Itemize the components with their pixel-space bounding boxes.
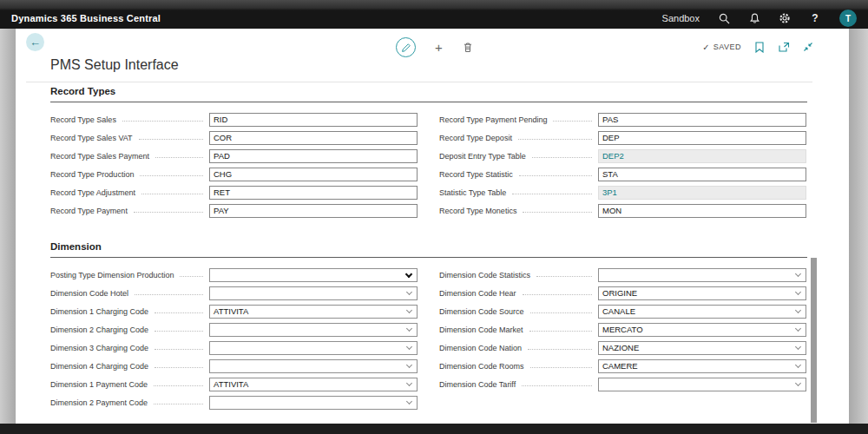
- delete-trash-button[interactable]: [462, 42, 474, 54]
- chevron-down-icon: [406, 326, 412, 332]
- record-type-production-input[interactable]: [209, 168, 418, 181]
- field-label: Dimension Code Tariff: [439, 380, 516, 389]
- check-icon: ✓: [702, 43, 709, 52]
- field-label: Dimension Code Rooms: [439, 362, 524, 371]
- field-row-dimension-code-market: Dimension Code MarketMERCATO: [439, 320, 806, 339]
- open-in-new-window-icon[interactable]: [778, 41, 790, 53]
- record-type-sales-input[interactable]: [209, 113, 418, 127]
- section-record-types: Record Types Record Type Sales Record Ty…: [50, 86, 807, 220]
- dot-leader: [519, 175, 592, 176]
- vertical-scrollbar[interactable]: [811, 258, 817, 423]
- dimension-4-charging-code-select[interactable]: [209, 359, 418, 373]
- statistic-type-table-field: 3P1: [598, 186, 806, 200]
- dot-leader: [523, 212, 592, 213]
- field-row-record-type-sales: Record Type Sales: [50, 110, 418, 128]
- dot-leader: [154, 385, 203, 386]
- dot-leader: [523, 294, 592, 295]
- field-row-record-type-sales-vat: Record Type Sales VAT: [50, 128, 418, 147]
- dot-leader: [155, 312, 203, 313]
- dimension-code-nation-select[interactable]: NAZIONE: [598, 341, 806, 355]
- field-row-record-type-statistic: Record Type Statistic: [439, 165, 806, 183]
- field-row-record-type-payment-pending: Record Type Payment Pending: [439, 110, 806, 128]
- statistic-type-table-link[interactable]: 3P1: [602, 187, 617, 197]
- field-row-dimension-code-hotel: Dimension Code Hotel: [50, 284, 418, 302]
- section-title[interactable]: Record Types: [50, 86, 807, 102]
- dot-leader: [518, 139, 592, 140]
- environment-badge[interactable]: Sandbox: [662, 13, 700, 23]
- dot-leader: [141, 194, 203, 194]
- app-title[interactable]: Dynamics 365 Business Central: [11, 13, 161, 23]
- dimension-1-charging-code-select[interactable]: ATTIVITA: [209, 305, 418, 319]
- field-row-dimension-code-nation: Dimension Code NationNAZIONE: [439, 339, 806, 357]
- dimension-code-source-select[interactable]: CANALE: [598, 305, 806, 319]
- field-row-record-type-adjustment: Record Type Adjustment: [50, 183, 418, 201]
- field-label: Record Type Deposit: [439, 134, 512, 142]
- saved-status: ✓ SAVED: [702, 43, 741, 52]
- page-action-bar: +: [396, 37, 474, 57]
- back-button[interactable]: ←: [26, 33, 44, 51]
- new-plus-button[interactable]: +: [435, 41, 443, 54]
- field-label: Record Type Adjustment: [50, 188, 135, 197]
- top-navigation-bar: Dynamics 365 Business Central Sandbox ? …: [0, 0, 868, 29]
- dot-leader: [139, 139, 203, 140]
- dimension-code-hear-select[interactable]: ORIGINE: [598, 286, 806, 300]
- record-types-right-column: Record Type Payment Pending Record Type …: [439, 110, 806, 220]
- user-avatar[interactable]: T: [839, 10, 857, 27]
- record-type-sales-payment-input[interactable]: [209, 149, 418, 163]
- field-row-record-type-sales-payment: Record Type Sales Payment: [50, 147, 418, 165]
- dimension-1-payment-code-select[interactable]: ATTIVITA: [209, 378, 418, 391]
- field-label: Dimension Code Statistics: [439, 271, 530, 279]
- dimension-2-charging-code-select[interactable]: [209, 323, 418, 337]
- deposit-entry-type-table-field: DEP2: [598, 149, 806, 163]
- deposit-entry-type-table-link[interactable]: DEP2: [602, 151, 624, 161]
- field-label: Dimension 4 Charging Code: [50, 362, 148, 371]
- dimension-code-rooms-select[interactable]: CAMERE: [598, 359, 806, 373]
- record-type-payment-pending-input[interactable]: [598, 113, 806, 127]
- dimension-3-charging-code-select[interactable]: [209, 341, 418, 355]
- page-title: PMS Setup Interface: [50, 57, 179, 73]
- dimension-code-tariff-select[interactable]: [598, 378, 806, 391]
- field-row-record-type-monetics: Record Type Monetics: [439, 201, 806, 220]
- window-left-edge: [0, 29, 16, 424]
- record-type-statistic-input[interactable]: [598, 168, 806, 181]
- chevron-down-icon: [406, 344, 412, 350]
- search-icon[interactable]: [718, 12, 730, 24]
- dimension-code-market-select[interactable]: MERCATO: [598, 323, 806, 337]
- dot-leader: [529, 331, 592, 332]
- dot-leader: [155, 349, 203, 350]
- settings-gear-icon[interactable]: [779, 12, 791, 24]
- save-status-cluster: ✓ SAVED: [702, 41, 814, 53]
- help-icon[interactable]: ?: [809, 12, 821, 24]
- record-type-sales-vat-input[interactable]: [209, 131, 418, 145]
- notifications-bell-icon[interactable]: [748, 12, 760, 24]
- field-row-dimension-code-hear: Dimension Code HearORIGINE: [439, 284, 806, 302]
- field-row-dimension-code-rooms: Dimension Code RoomsCAMERE: [439, 357, 806, 375]
- field-row-dimension-1-charging-code: Dimension 1 Charging CodeATTIVITA: [50, 302, 418, 320]
- dimension-2-payment-code-select[interactable]: [209, 396, 418, 410]
- field-label: Dimension Code Nation: [439, 344, 522, 352]
- field-label: Posting Type Dimension Production: [50, 271, 174, 279]
- dot-leader: [122, 121, 203, 122]
- chevron-down-icon: [406, 380, 412, 386]
- field-row-dimension-code-statistics: Dimension Code Statistics: [439, 266, 806, 284]
- dot-leader: [155, 331, 203, 332]
- record-type-payment-input[interactable]: [209, 204, 418, 218]
- chevron-down-icon: [406, 398, 412, 404]
- dot-leader: [135, 294, 203, 295]
- window-bottom-edge: [0, 424, 868, 434]
- field-row-record-type-deposit: Record Type Deposit: [439, 128, 806, 147]
- record-type-deposit-input[interactable]: [598, 131, 806, 145]
- section-title[interactable]: Dimension: [50, 241, 807, 258]
- dot-leader: [134, 212, 203, 213]
- dimension-code-statistics-select[interactable]: [598, 268, 806, 282]
- posting-type-dimension-production-select[interactable]: [209, 268, 418, 282]
- field-row-dimension-code-tariff: Dimension Code Tariff: [439, 375, 806, 393]
- bookmark-icon[interactable]: [753, 41, 766, 53]
- field-label: Record Type Statistic: [439, 170, 513, 179]
- chevron-down-icon: [795, 362, 801, 368]
- record-type-adjustment-input[interactable]: [209, 186, 418, 200]
- dimension-code-hotel-select[interactable]: [209, 286, 418, 300]
- record-type-monetics-input[interactable]: [598, 204, 806, 218]
- edit-pencil-button[interactable]: [396, 37, 416, 57]
- collapse-arrows-icon[interactable]: [802, 41, 814, 53]
